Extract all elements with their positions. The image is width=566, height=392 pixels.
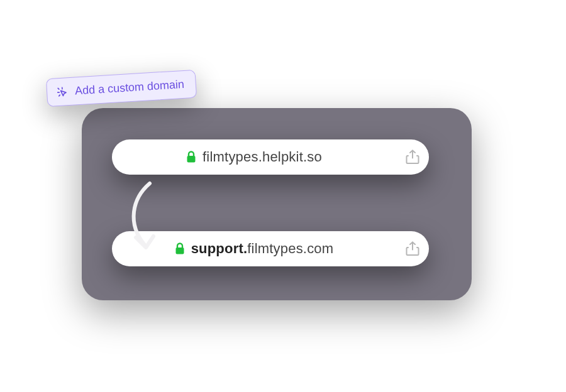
share-button[interactable] bbox=[396, 241, 429, 256]
arrow-icon bbox=[121, 180, 165, 255]
badge-label: Add a custom domain bbox=[74, 78, 184, 98]
share-icon bbox=[406, 241, 419, 256]
lock-icon bbox=[175, 242, 185, 255]
share-button[interactable] bbox=[396, 150, 429, 165]
url-custom-domain: filmtypes.com bbox=[247, 241, 333, 256]
url-text-original: filmtypes.helpkit.so bbox=[112, 149, 396, 165]
url-bar-original: filmtypes.helpkit.so bbox=[112, 139, 429, 175]
cursor-click-icon bbox=[56, 85, 69, 99]
url-original-text: filmtypes.helpkit.so bbox=[203, 149, 322, 165]
svg-rect-0 bbox=[187, 156, 196, 163]
lock-icon bbox=[186, 151, 196, 163]
share-icon bbox=[406, 150, 419, 165]
svg-rect-1 bbox=[175, 248, 184, 254]
url-custom-subdomain: support. bbox=[191, 241, 248, 256]
custom-domain-badge[interactable]: Add a custom domain bbox=[46, 70, 197, 107]
